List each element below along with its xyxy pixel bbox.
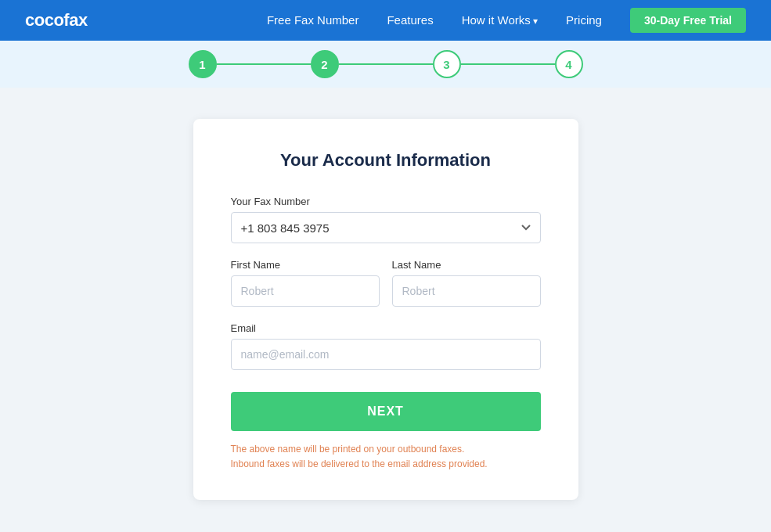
last-name-input[interactable] — [392, 275, 541, 307]
email-group: Email — [231, 322, 541, 370]
last-name-label: Last Name — [392, 259, 541, 271]
step-3: 3 — [433, 50, 461, 78]
fax-number-select[interactable]: +1 803 845 3975 — [231, 212, 541, 243]
form-note: The above name will be printed on your o… — [231, 442, 541, 472]
main-content: Your Account Information Your Fax Number… — [0, 88, 771, 531]
logo: cocofax — [25, 10, 88, 31]
next-button[interactable]: NEXT — [231, 392, 541, 431]
nav-link-free-fax[interactable]: Free Fax Number — [267, 13, 359, 27]
nav-link-pricing[interactable]: Pricing — [566, 13, 602, 27]
last-name-group: Last Name — [392, 259, 541, 307]
nav-item-features[interactable]: Features — [387, 13, 433, 27]
first-name-group: First Name — [231, 259, 380, 307]
nav-item-pricing[interactable]: Pricing — [566, 13, 602, 27]
nav-item-free-fax[interactable]: Free Fax Number — [267, 13, 359, 27]
fax-number-label: Your Fax Number — [231, 196, 541, 207]
fax-number-group: Your Fax Number +1 803 845 3975 — [231, 196, 541, 243]
cta-button[interactable]: 30-Day Free Trial — [630, 8, 746, 33]
name-row: First Name Last Name — [231, 259, 541, 307]
step-4: 4 — [555, 50, 583, 78]
nav-link-features[interactable]: Features — [387, 13, 433, 27]
nav-links: Free Fax Number Features How it Works Pr… — [267, 13, 602, 27]
steps-bar: 1 2 3 4 — [0, 41, 771, 88]
step-line-1 — [217, 63, 311, 65]
steps-track: 1 2 3 4 — [189, 50, 583, 78]
form-card: Your Account Information Your Fax Number… — [193, 119, 578, 500]
step-1: 1 — [189, 50, 217, 78]
step-line-3 — [461, 63, 555, 65]
first-name-label: First Name — [231, 259, 380, 271]
email-label: Email — [231, 322, 541, 334]
navbar: cocofax Free Fax Number Features How it … — [0, 0, 771, 41]
nav-item-how-it-works[interactable]: How it Works — [462, 13, 538, 27]
nav-link-how-it-works[interactable]: How it Works — [462, 13, 538, 27]
first-name-input[interactable] — [231, 275, 380, 307]
step-2: 2 — [311, 50, 339, 78]
form-title: Your Account Information — [231, 150, 541, 171]
email-input[interactable] — [231, 339, 541, 370]
step-line-2 — [339, 63, 433, 65]
